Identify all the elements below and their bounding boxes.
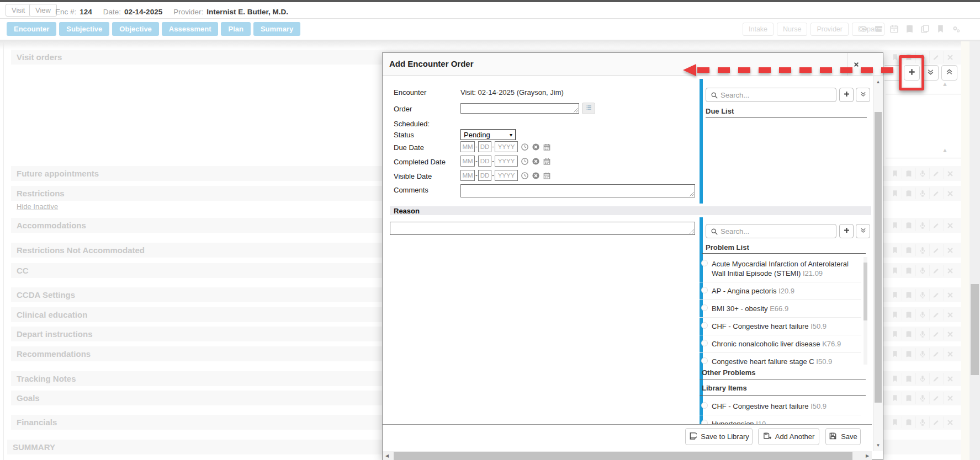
add-visit-order-button[interactable] xyxy=(904,65,920,81)
dd-segment-input[interactable]: DD xyxy=(478,170,491,181)
order-input[interactable] xyxy=(460,103,579,114)
bookmark-icon[interactable] xyxy=(888,51,902,63)
radio-icon[interactable] xyxy=(701,260,708,266)
mic-icon[interactable] xyxy=(915,188,929,199)
due-list-search-input[interactable] xyxy=(721,89,834,101)
problem-list-item[interactable]: BMI 30+ - obesity E66.9 xyxy=(700,300,861,318)
clock-icon[interactable] xyxy=(521,157,529,165)
x-icon[interactable] xyxy=(943,289,957,301)
problem-search-input[interactable] xyxy=(721,225,834,237)
dialog-horizontal-scrollbar-thumb[interactable] xyxy=(394,452,852,460)
problem-list-item[interactable]: Congestive heart failure stage C I50.9 xyxy=(700,353,861,366)
pencil-icon[interactable] xyxy=(929,265,943,276)
x-icon[interactable] xyxy=(943,392,957,404)
problem-list-item[interactable]: Chronic nonalcoholic liver disease K76.9 xyxy=(700,335,861,353)
pencil-icon[interactable] xyxy=(929,289,943,301)
book-icon[interactable] xyxy=(902,168,915,179)
x-icon[interactable] xyxy=(943,220,957,231)
book-icon[interactable] xyxy=(902,348,915,360)
problem-list-scrollbar-thumb[interactable] xyxy=(864,263,867,320)
pencil-icon[interactable] xyxy=(929,220,943,231)
expand-all-button[interactable] xyxy=(923,65,939,81)
collapse-triangle-icon[interactable]: ▲ xyxy=(942,147,948,153)
tab-assessment[interactable]: Assessment xyxy=(162,22,219,36)
book-icon[interactable] xyxy=(902,416,915,428)
x-icon[interactable] xyxy=(943,348,957,360)
clear-date-icon[interactable] xyxy=(532,172,540,180)
save-to-library-button[interactable]: Save to Library xyxy=(685,428,753,445)
book-icon[interactable] xyxy=(903,23,916,35)
book-icon[interactable] xyxy=(902,392,915,404)
book-icon[interactable] xyxy=(902,265,915,276)
radio-icon[interactable] xyxy=(701,402,708,409)
bookmark-icon[interactable] xyxy=(888,392,902,404)
problem-list-item[interactable]: CHF - Congestive heart failure I50.9 xyxy=(700,398,861,415)
calendar-icon[interactable] xyxy=(543,143,551,151)
x-icon[interactable] xyxy=(943,244,957,256)
calendar-icon[interactable] xyxy=(888,23,900,35)
collapse-triangle-icon[interactable]: ▲ xyxy=(942,81,948,87)
visit-orders-search-input[interactable] xyxy=(884,65,902,81)
bookmark-icon[interactable] xyxy=(888,328,902,340)
x-icon[interactable] xyxy=(943,328,957,340)
reason-textarea[interactable] xyxy=(390,222,695,235)
yyyy-segment-input[interactable]: YYYY xyxy=(495,141,518,152)
pencil-icon[interactable] xyxy=(929,348,943,360)
visit-button[interactable]: Visit xyxy=(6,4,31,17)
pencil-icon[interactable] xyxy=(929,188,943,199)
pencil-icon[interactable] xyxy=(929,416,943,428)
tab-encounter[interactable]: Encounter xyxy=(7,22,56,36)
bookmark-icon[interactable] xyxy=(888,244,902,256)
clear-date-icon[interactable] xyxy=(532,157,540,165)
bookmark-icon[interactable] xyxy=(888,309,902,320)
nurse-stage-button[interactable]: Nurse xyxy=(777,23,807,36)
hide-inactive-link[interactable]: Hide Inactive xyxy=(17,202,58,211)
book-icon[interactable] xyxy=(902,188,915,199)
yyyy-segment-input[interactable]: YYYY xyxy=(495,170,518,181)
dialog-vertical-scrollbar-thumb[interactable] xyxy=(875,112,882,403)
dd-segment-input[interactable]: DD xyxy=(478,141,491,152)
mic-icon[interactable] xyxy=(915,220,929,231)
pencil-icon[interactable] xyxy=(929,373,943,384)
problem-list-item[interactable]: AP - Angina pectoris I20.9 xyxy=(700,282,861,300)
problem-list-item[interactable]: Acute Myocardial Infarction of Anterolat… xyxy=(700,255,861,282)
gears-icon[interactable] xyxy=(950,23,962,35)
problem-expand-button[interactable] xyxy=(856,224,870,238)
mic-icon[interactable] xyxy=(915,51,929,63)
x-icon[interactable] xyxy=(943,168,957,179)
mm-segment-input[interactable]: MM xyxy=(460,141,475,152)
add-another-button[interactable]: Add Another xyxy=(758,428,819,445)
view-button[interactable]: View xyxy=(29,4,57,17)
book-icon[interactable] xyxy=(902,289,915,301)
mic-icon[interactable] xyxy=(915,416,929,428)
radio-icon[interactable] xyxy=(701,340,708,346)
book-icon[interactable] xyxy=(902,328,915,340)
pencil-icon[interactable] xyxy=(929,309,943,320)
close-icon[interactable] xyxy=(847,53,865,76)
radio-icon[interactable] xyxy=(701,357,708,364)
clock-icon[interactable] xyxy=(521,172,529,180)
radio-icon[interactable] xyxy=(701,287,708,293)
due-list-expand-button[interactable] xyxy=(856,88,870,102)
mic-icon[interactable] xyxy=(915,309,929,320)
calendar-icon[interactable] xyxy=(543,172,551,180)
tab-objective[interactable]: Objective xyxy=(112,22,159,36)
tab-subjective[interactable]: Subjective xyxy=(59,22,109,36)
scroll-up-arrow[interactable]: ▲ xyxy=(873,79,883,84)
bookmark-icon[interactable] xyxy=(888,373,902,384)
bookmark-icon[interactable] xyxy=(888,220,902,231)
pencil-icon[interactable] xyxy=(929,244,943,256)
pencil-icon[interactable] xyxy=(929,392,943,404)
mm-segment-input[interactable]: MM xyxy=(460,170,475,181)
intake-stage-button[interactable]: Intake xyxy=(743,23,774,36)
mm-segment-input[interactable]: MM xyxy=(460,156,475,167)
x-icon[interactable] xyxy=(943,416,957,428)
x-icon[interactable] xyxy=(943,188,957,199)
bookmark-icon[interactable] xyxy=(934,23,947,35)
book-icon[interactable] xyxy=(902,373,915,384)
radio-icon[interactable] xyxy=(701,322,708,329)
status-select[interactable]: Pending ▾ xyxy=(460,129,516,140)
tab-summary[interactable]: Summary xyxy=(253,22,300,36)
mic-icon[interactable] xyxy=(915,289,929,301)
scroll-down-arrow[interactable]: ▼ xyxy=(873,443,883,448)
